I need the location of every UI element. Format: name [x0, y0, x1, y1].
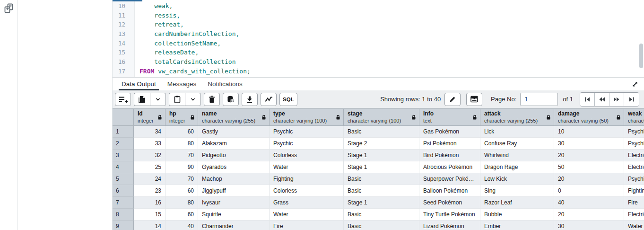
cell-weak[interactable]: Psychic — [624, 173, 644, 185]
column-header-attack[interactable]: attackcharacter varying (255) — [480, 109, 554, 126]
cell-stage[interactable]: Basic — [344, 126, 419, 138]
cell-type[interactable]: Psychic — [270, 138, 344, 150]
cell-name[interactable]: Squirtle — [198, 209, 270, 221]
cell-id[interactable]: 14 — [134, 221, 165, 230]
copy-options-chevron-down-icon[interactable] — [150, 93, 166, 106]
column-header-info[interactable]: Infotext — [419, 109, 480, 126]
row-number-cell[interactable]: 6 — [113, 185, 134, 197]
paste-button[interactable] — [169, 93, 185, 106]
cell-weak[interactable]: Psychic — [624, 126, 644, 138]
cell-type[interactable]: Water — [270, 209, 344, 221]
code-line[interactable]: 11 ressis, — [113, 11, 644, 20]
cell-attack[interactable]: Confuse Ray — [480, 138, 554, 150]
cell-stage[interactable]: Basic — [344, 173, 419, 185]
cell-weak[interactable]: Fighting — [624, 185, 644, 197]
cell-name[interactable]: Machop — [198, 173, 270, 185]
cell-type[interactable]: Psychic — [270, 126, 344, 138]
code-line[interactable]: 10 weak, — [113, 1, 644, 11]
row-number-cell[interactable]: 7 — [113, 197, 134, 209]
row-number-cell[interactable]: 5 — [113, 173, 134, 185]
column-header-damage[interactable]: damagecharacter varying (50) — [554, 109, 624, 126]
cell-id[interactable]: 25 — [134, 161, 165, 173]
cell-info[interactable]: Balloon Pokémon — [419, 185, 480, 197]
cell-id[interactable]: 23 — [134, 185, 165, 197]
tab-data-output[interactable]: Data Output — [117, 78, 161, 90]
cell-name[interactable]: Charmander — [198, 221, 270, 230]
cell-type[interactable]: Colorless — [270, 150, 344, 161]
cell-damage[interactable]: 20 — [554, 150, 624, 161]
row-number-cell[interactable]: 1 — [113, 126, 134, 138]
sql-editor[interactable]: 10 weak,11 ressis,12 retreat,13 cardNumb… — [113, 0, 644, 77]
cell-info[interactable]: Atrocious Pokémon — [419, 161, 480, 173]
cell-info[interactable]: Bird Pokémon — [419, 150, 480, 161]
column-header-stage[interactable]: stagecharacter varying (100) — [344, 109, 419, 126]
cell-hp[interactable]: 70 — [165, 173, 198, 185]
row-number-cell[interactable]: 3 — [113, 150, 134, 161]
next-page-button[interactable] — [609, 93, 624, 106]
cell-attack[interactable]: Lick — [480, 126, 554, 138]
cell-weak[interactable]: Fire — [624, 197, 644, 209]
first-page-button[interactable] — [580, 93, 595, 106]
column-header-type[interactable]: typecharacter varying (100) — [270, 109, 344, 126]
cell-hp[interactable]: 60 — [165, 209, 198, 221]
delete-row-button[interactable] — [204, 93, 220, 106]
cell-id[interactable]: 24 — [134, 173, 165, 185]
cell-id[interactable]: 32 — [134, 150, 165, 161]
grid-corner-cell[interactable] — [113, 109, 134, 126]
cell-name[interactable]: Ivysaur — [198, 197, 270, 209]
cell-hp[interactable]: 60 — [165, 185, 198, 197]
cell-id[interactable]: 33 — [134, 138, 165, 150]
cell-info[interactable]: Seed Pokémon — [419, 197, 480, 209]
code-line[interactable]: 16 totalCardsInCollection — [113, 57, 644, 67]
cell-hp[interactable]: 40 — [165, 221, 198, 230]
cell-hp[interactable]: 80 — [165, 138, 198, 150]
code-lines[interactable]: 10 weak,11 ressis,12 retreat,13 cardNumb… — [113, 1, 644, 76]
cell-id[interactable]: 15 — [134, 209, 165, 221]
cell-stage[interactable]: Basic — [344, 221, 419, 230]
cell-hp[interactable]: 60 — [165, 126, 198, 138]
cell-weak[interactable]: Water — [624, 221, 644, 230]
cell-stage[interactable]: Stage 1 — [344, 161, 419, 173]
cell-damage[interactable]: 0 — [554, 185, 624, 197]
row-number-cell[interactable]: 4 — [113, 161, 134, 173]
cell-stage[interactable]: Stage 1 — [344, 197, 419, 209]
column-header-id[interactable]: Idinteger — [134, 109, 165, 126]
cell-attack[interactable]: Low Kick — [480, 173, 554, 185]
cell-attack[interactable]: Razor Leaf — [480, 197, 554, 209]
cell-name[interactable]: Alakazam — [198, 138, 270, 150]
cell-name[interactable]: Gyarados — [198, 161, 270, 173]
cell-stage[interactable]: Basic — [344, 185, 419, 197]
cell-damage[interactable]: 50 — [554, 161, 624, 173]
cell-attack[interactable]: Sing — [480, 185, 554, 197]
cell-info[interactable]: Lizard Pokémon — [419, 221, 480, 230]
add-row-button[interactable] — [115, 93, 131, 106]
column-header-name[interactable]: namecharacter varying (255) — [198, 109, 270, 126]
cell-attack[interactable]: Ember — [480, 221, 554, 230]
code-line[interactable]: 17FROM vw_cards_with_collection; — [113, 67, 644, 76]
cell-stage[interactable]: Stage 2 — [344, 138, 419, 150]
expand-panel-icon[interactable] — [631, 80, 639, 88]
cell-type[interactable]: Fire — [270, 221, 344, 230]
cell-stage[interactable]: Stage 1 — [344, 150, 419, 161]
cell-hp[interactable]: 80 — [165, 197, 198, 209]
column-header-hp[interactable]: hpinteger — [165, 109, 198, 126]
cell-damage[interactable]: 30 — [554, 221, 624, 230]
cell-type[interactable]: Colorless — [270, 185, 344, 197]
last-page-button[interactable] — [624, 93, 639, 106]
prev-page-button[interactable] — [595, 93, 609, 106]
cell-stage[interactable]: Basic — [344, 209, 419, 221]
cell-hp[interactable]: 70 — [165, 150, 198, 161]
cell-weak[interactable]: Electric — [624, 209, 644, 221]
cell-weak[interactable]: Psychic — [624, 138, 644, 150]
cell-name[interactable]: Pidgeotto — [198, 150, 270, 161]
cell-damage[interactable]: 10 — [554, 126, 624, 138]
cell-info[interactable]: Psi Pokémon — [419, 138, 480, 150]
code-line[interactable]: 15 releaseDate, — [113, 48, 644, 57]
row-number-cell[interactable]: 8 — [113, 209, 134, 221]
cell-damage[interactable]: 20 — [554, 209, 624, 221]
save-data-changes-button[interactable] — [223, 93, 239, 106]
cell-damage[interactable]: 40 — [554, 197, 624, 209]
cell-info[interactable]: Tiny Turtle Pokémon — [419, 209, 480, 221]
cell-damage[interactable]: 30 — [554, 138, 624, 150]
cell-info[interactable]: Superpower Pokémon — [419, 173, 480, 185]
